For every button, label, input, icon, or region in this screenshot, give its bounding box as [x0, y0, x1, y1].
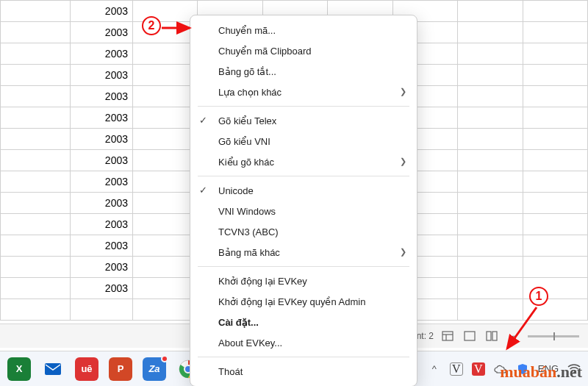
cell[interactable] — [1, 86, 71, 107]
cell[interactable] — [458, 193, 523, 214]
cell[interactable]: 2003 — [71, 43, 133, 65]
cell[interactable] — [133, 214, 198, 235]
menu-item[interactable]: Bảng mã khác❯ — [190, 242, 417, 262]
menu-item[interactable]: TCVN3 (ABC) — [190, 221, 417, 242]
cell[interactable]: 2003 — [71, 257, 133, 278]
cell[interactable] — [133, 150, 198, 171]
cell[interactable] — [523, 257, 587, 278]
cell[interactable] — [523, 214, 587, 235]
cell[interactable] — [458, 299, 523, 321]
cell[interactable] — [458, 1, 523, 22]
cell[interactable] — [458, 107, 523, 129]
cell[interactable] — [133, 235, 198, 257]
cell[interactable]: 2003 — [71, 150, 133, 171]
cell[interactable] — [523, 129, 587, 150]
zoom-slider[interactable] — [528, 335, 579, 337]
cell[interactable] — [523, 193, 587, 214]
cell[interactable] — [133, 257, 198, 278]
cell[interactable] — [1, 22, 71, 43]
cell[interactable] — [1, 278, 71, 299]
menu-item[interactable]: Kiểu gõ khác❯ — [190, 151, 417, 172]
tray-expand-icon[interactable]: ^ — [428, 362, 441, 376]
menu-item[interactable]: Bảng gõ tắt... — [190, 61, 417, 82]
cell[interactable] — [458, 129, 523, 150]
cell[interactable]: 2003 — [71, 193, 133, 214]
cell[interactable] — [1, 129, 71, 150]
evkey-tray-v-icon[interactable]: V — [450, 362, 463, 376]
menu-item[interactable]: VNI Windows — [190, 201, 417, 221]
cell[interactable] — [1, 235, 71, 257]
cell[interactable]: 2003 — [71, 1, 133, 22]
cell[interactable]: 2003 — [71, 65, 133, 86]
menu-item[interactable]: ✓Gõ kiểu Telex — [190, 110, 417, 131]
cell[interactable] — [133, 299, 198, 321]
cell[interactable] — [458, 86, 523, 107]
cell[interactable] — [1, 171, 71, 193]
cell[interactable] — [458, 150, 523, 171]
cell[interactable] — [133, 278, 198, 299]
evkey-tray-v-on-icon[interactable]: V — [472, 362, 485, 376]
cell[interactable] — [458, 235, 523, 257]
taskbar-zalo-icon[interactable]: Za — [143, 357, 166, 381]
menu-item[interactable]: Chuyển mã... — [190, 20, 417, 40]
view-normal-icon[interactable] — [440, 330, 456, 342]
cell[interactable] — [523, 86, 587, 107]
cell[interactable] — [458, 171, 523, 193]
cell[interactable] — [458, 257, 523, 278]
cell[interactable] — [133, 86, 198, 107]
cell[interactable] — [1, 214, 71, 235]
menu-item[interactable]: About EVKey... — [190, 332, 417, 353]
cell[interactable] — [133, 171, 198, 193]
cell[interactable] — [458, 22, 523, 43]
cell[interactable]: 2003 — [71, 86, 133, 107]
cell[interactable] — [133, 1, 198, 22]
taskbar-powerpoint-icon[interactable]: P — [109, 357, 132, 381]
cell[interactable] — [458, 214, 523, 235]
cell[interactable] — [1, 150, 71, 171]
taskbar-unikey-icon[interactable]: uē — [75, 357, 98, 381]
cell[interactable] — [1, 43, 71, 65]
cell[interactable] — [458, 65, 523, 86]
cell[interactable]: 2003 — [71, 107, 133, 129]
cell[interactable] — [1, 299, 71, 321]
cell[interactable] — [523, 1, 587, 22]
menu-item[interactable]: Thoát — [190, 361, 417, 382]
menu-item[interactable]: Khởi động lại EVKey — [190, 271, 417, 291]
cell[interactable]: 2003 — [71, 235, 133, 257]
cell[interactable]: 2003 — [71, 171, 133, 193]
taskbar-mail-icon[interactable] — [41, 357, 65, 381]
cell[interactable]: 2003 — [71, 129, 133, 150]
cell[interactable] — [1, 65, 71, 86]
cell[interactable] — [523, 65, 587, 86]
cell[interactable] — [523, 43, 587, 65]
cell[interactable]: 2003 — [71, 278, 133, 299]
cell[interactable] — [523, 107, 587, 129]
cell[interactable] — [1, 257, 71, 278]
taskbar-excel-icon[interactable]: X — [7, 357, 31, 381]
menu-item[interactable]: Khởi động lại EVKey quyền Admin — [190, 291, 417, 312]
cell[interactable] — [133, 43, 198, 65]
menu-item[interactable]: Gõ kiểu VNI — [190, 131, 417, 151]
menu-item[interactable]: Chuyển mã Clipboard — [190, 40, 417, 61]
cell[interactable] — [1, 107, 71, 129]
cell[interactable] — [458, 43, 523, 65]
view-pagelayout-icon[interactable] — [462, 330, 478, 342]
cell[interactable] — [133, 193, 198, 214]
cell[interactable] — [523, 235, 587, 257]
cell[interactable] — [133, 129, 198, 150]
view-pagebreak-icon[interactable] — [484, 330, 500, 342]
zoom-out-icon[interactable]: − — [506, 330, 522, 342]
cell[interactable] — [133, 107, 198, 129]
menu-item[interactable]: Cài đặt... — [190, 312, 417, 332]
menu-item[interactable]: Lựa chọn khác❯ — [190, 82, 417, 102]
cell[interactable]: 2003 — [71, 214, 133, 235]
cell[interactable] — [71, 299, 133, 321]
cell[interactable] — [458, 278, 523, 299]
cell[interactable] — [523, 171, 587, 193]
cell[interactable] — [523, 150, 587, 171]
cell[interactable] — [523, 22, 587, 43]
cell[interactable] — [1, 1, 71, 22]
cell[interactable]: 2003 — [71, 22, 133, 43]
menu-item[interactable]: ✓Unicode — [190, 180, 417, 201]
cell[interactable] — [1, 193, 71, 214]
